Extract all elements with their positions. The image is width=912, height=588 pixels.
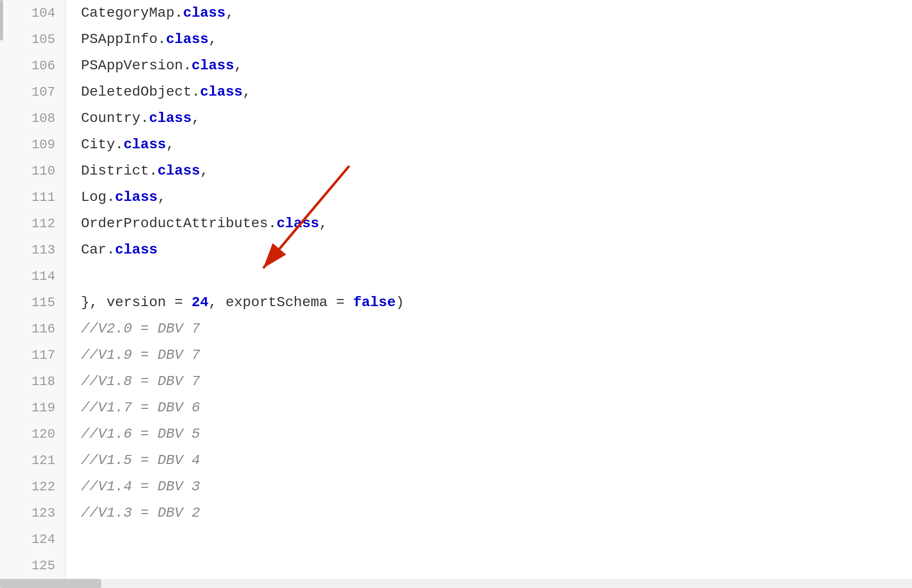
code-text: CategoryMap.: [81, 0, 183, 26]
line-number: 111: [0, 184, 65, 211]
code-keyword: class: [276, 211, 319, 237]
code-keyword: //V1.3 = DBV 2: [81, 500, 200, 526]
code-line: Log.class,: [81, 184, 912, 211]
code-line: //V1.3 = DBV 2: [81, 500, 912, 526]
code-keyword: false: [353, 289, 396, 316]
line-number: 105: [0, 26, 65, 53]
code-line: //V2.0 = DBV 7: [81, 316, 912, 342]
line-number: 106: [0, 53, 65, 79]
code-text: Car.: [81, 237, 115, 263]
code-keyword: //V1.4 = DBV 3: [81, 474, 200, 500]
code-line: Country.class,: [81, 105, 912, 132]
scrollbar-indicator: [0, 0, 3, 40]
code-line: //V1.4 = DBV 3: [81, 474, 912, 500]
code-keyword: class: [157, 158, 200, 184]
code-keyword: class: [166, 26, 209, 53]
code-line: City.class,: [81, 132, 912, 158]
code-line: DeletedObject.class,: [81, 79, 912, 105]
code-keyword: class: [115, 184, 157, 211]
code-area: CategoryMap.class, PSAppInfo.class, PSAp…: [66, 0, 912, 588]
code-line: //V1.8 = DBV 7: [81, 368, 912, 395]
line-number: 118: [0, 368, 65, 395]
line-number: 114: [0, 263, 65, 289]
line-number: 112: [0, 211, 65, 237]
editor-container: 1041051061071081091101111121131141151161…: [0, 0, 912, 588]
code-text: ,: [157, 184, 166, 211]
code-keyword: class: [200, 79, 242, 105]
line-number: 125: [0, 553, 65, 579]
line-number: 104: [0, 0, 65, 26]
code-line: //V1.6 = DBV 5: [81, 421, 912, 447]
scrollbar-thumb[interactable]: [0, 579, 101, 588]
code-keyword: class: [115, 237, 157, 263]
code-keyword: //V1.9 = DBV 7: [81, 342, 200, 368]
line-number: 117: [0, 342, 65, 368]
code-text: Log.: [81, 184, 115, 211]
code-text: ,: [200, 158, 209, 184]
code-line: PSAppVersion.class,: [81, 53, 912, 79]
line-number: 116: [0, 316, 65, 342]
code-keyword: //V2.0 = DBV 7: [81, 316, 200, 342]
code-line: CategoryMap.class,: [81, 0, 912, 26]
line-number: 124: [0, 526, 65, 553]
code-text: PSAppVersion.: [81, 53, 191, 79]
code-keyword: //V1.8 = DBV 7: [81, 368, 200, 395]
horizontal-scrollbar[interactable]: [0, 579, 912, 588]
code-text: }, version =: [81, 289, 191, 316]
code-text: OrderProductAttributes.: [81, 211, 276, 237]
code-line: PSAppInfo.class,: [81, 26, 912, 53]
line-number: 119: [0, 395, 65, 421]
code-text: District.: [81, 158, 157, 184]
code-text: PSAppInfo.: [81, 26, 166, 53]
code-line: [81, 263, 912, 289]
line-number: 109: [0, 132, 65, 158]
code-keyword: class: [149, 105, 191, 132]
code-text: ,: [319, 211, 327, 237]
code-line: //V1.7 = DBV 6: [81, 395, 912, 421]
code-text: ,: [191, 105, 200, 132]
line-number: 110: [0, 158, 65, 184]
code-text: ): [396, 289, 404, 316]
line-number: 107: [0, 79, 65, 105]
code-keyword: //V1.5 = DBV 4: [81, 447, 200, 474]
code-text: ,: [234, 53, 242, 79]
code-line: //V1.9 = DBV 7: [81, 342, 912, 368]
code-text: ,: [209, 26, 217, 53]
line-number: 122: [0, 474, 65, 500]
code-line: Car.class: [81, 237, 912, 263]
code-line: District.class,: [81, 158, 912, 184]
line-number: 121: [0, 447, 65, 474]
code-keyword: //V1.6 = DBV 5: [81, 421, 200, 447]
code-line: OrderProductAttributes.class,: [81, 211, 912, 237]
line-number: 115: [0, 289, 65, 316]
code-keyword: class: [191, 53, 234, 79]
code-keyword: class: [123, 132, 166, 158]
code-text: DeletedObject.: [81, 79, 200, 105]
code-keyword: 24: [191, 289, 209, 316]
code-line: }, version = 24, exportSchema = false): [81, 289, 912, 316]
code-keyword: class: [183, 0, 226, 26]
code-line: [81, 526, 912, 553]
code-text: ,: [242, 79, 251, 105]
line-number: 113: [0, 237, 65, 263]
code-keyword: //V1.7 = DBV 6: [81, 395, 200, 421]
code-text: ,: [166, 132, 175, 158]
code-line: [81, 553, 912, 579]
code-text: , exportSchema =: [209, 289, 353, 316]
line-number: 108: [0, 105, 65, 132]
line-number: 120: [0, 421, 65, 447]
code-text: City.: [81, 132, 123, 158]
code-text: Country.: [81, 105, 149, 132]
line-number: 123: [0, 500, 65, 526]
code-line: //V1.5 = DBV 4: [81, 447, 912, 474]
line-number-gutter: 1041051061071081091101111121131141151161…: [0, 0, 66, 588]
code-text: ,: [226, 0, 234, 26]
